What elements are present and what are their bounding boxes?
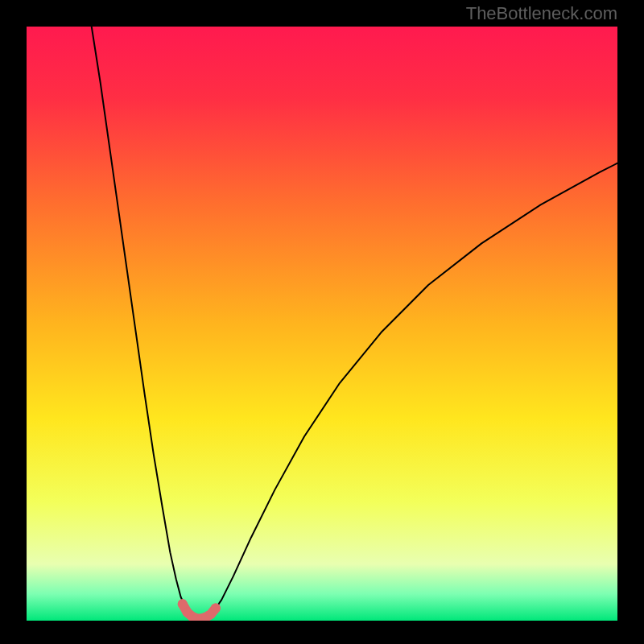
valley-marker-dot (211, 604, 221, 613)
watermark-text: TheBottleneck.com (466, 3, 617, 24)
valley-marker-dot (178, 599, 188, 609)
bottleneck-curve (92, 27, 617, 619)
curve-layer (27, 27, 617, 621)
plot-area (27, 27, 617, 621)
